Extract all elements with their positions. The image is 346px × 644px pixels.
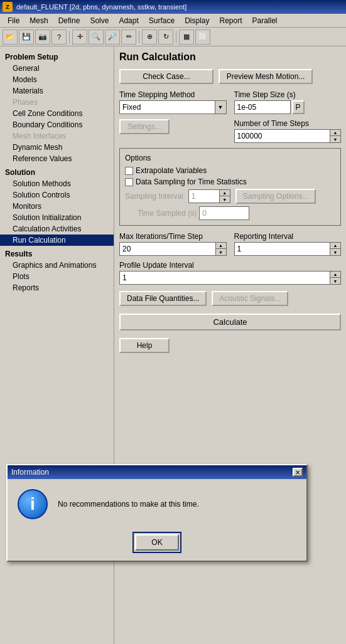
- zoom-fit-btn[interactable]: ⊕: [142, 29, 157, 45]
- dialog-body: i No recommendations to make at this tim…: [8, 479, 306, 529]
- zoom-in-btn[interactable]: 🔍: [89, 29, 104, 45]
- results-header: Results: [0, 246, 114, 260]
- separator-2: [139, 31, 139, 43]
- dropdown-arrow-icon[interactable]: ▼: [215, 101, 226, 113]
- sidebar-item-cell-zone-conditions[interactable]: Cell Zone Conditions: [0, 108, 114, 119]
- help-toolbar-btn[interactable]: ?: [51, 29, 67, 45]
- menu-surface[interactable]: Surface: [144, 15, 180, 26]
- spinner-up-btn[interactable]: ▲: [330, 130, 340, 136]
- sidebar-item-phases: Phases: [0, 97, 114, 108]
- sidebar-item-monitors[interactable]: Monitors: [0, 201, 114, 212]
- grid-btn[interactable]: ▦: [179, 29, 194, 45]
- max-iter-down[interactable]: ▼: [216, 249, 226, 255]
- sidebar-item-solution-controls[interactable]: Solution Controls: [0, 189, 114, 201]
- iter-row: Max Iterations/Time Step ▲ ▼ Reporting I…: [119, 232, 341, 256]
- data-sampling-checkbox[interactable]: [125, 178, 133, 186]
- profile-row: Profile Update Interval ▲ ▼: [119, 261, 341, 285]
- data-file-button[interactable]: Data File Quantities...: [119, 291, 207, 306]
- time-stepping-dropdown[interactable]: Fixed ▼: [119, 100, 227, 114]
- translate-btn[interactable]: ✛: [72, 29, 87, 45]
- spinner-down-btn[interactable]: ▼: [330, 136, 340, 142]
- menu-file[interactable]: File: [3, 15, 24, 26]
- max-iter-input[interactable]: [119, 242, 216, 256]
- dialog-close-button[interactable]: ✕: [293, 468, 303, 477]
- info-icon: i: [18, 489, 48, 519]
- sidebar-item-calc-activities[interactable]: Calculation Activities: [0, 223, 114, 235]
- sampling-options-button[interactable]: Sampling Options...: [235, 189, 316, 204]
- reporting-up[interactable]: ▲: [330, 243, 340, 249]
- time-stepping-col: Time Stepping Method Fixed ▼: [119, 90, 227, 114]
- sidebar-item-materials[interactable]: Materials: [0, 85, 114, 97]
- sidebar-item-boundary-conditions[interactable]: Boundary Conditions: [0, 119, 114, 130]
- sidebar-item-solution-methods[interactable]: Solution Methods: [0, 178, 114, 189]
- extrapolate-checkbox[interactable]: [125, 167, 133, 175]
- sidebar-item-reports[interactable]: Reports: [0, 282, 114, 293]
- sidebar-item-reference-values[interactable]: Reference Values: [0, 153, 114, 164]
- dialog-title: Information: [11, 468, 49, 477]
- sidebar-item-run-calculation[interactable]: Run Calculation: [0, 235, 114, 246]
- settings-button[interactable]: Settings...: [119, 119, 170, 134]
- menu-parallel[interactable]: Parallel: [247, 15, 283, 26]
- p-button[interactable]: P: [292, 100, 305, 114]
- calc-btn-row: Calculate: [119, 314, 341, 330]
- sampling-spinner-down[interactable]: ▼: [220, 196, 230, 203]
- window-btn[interactable]: ⬜: [195, 29, 210, 45]
- calculate-button[interactable]: Calculate: [119, 314, 341, 330]
- num-time-steps-input[interactable]: [234, 129, 331, 143]
- sidebar-item-general[interactable]: General: [0, 63, 114, 74]
- max-iter-spinner: ▲ ▼: [119, 242, 227, 256]
- zoom-out-btn[interactable]: 🔎: [105, 29, 120, 45]
- sampling-interval-input[interactable]: [188, 189, 220, 203]
- sidebar-item-plots[interactable]: Plots: [0, 271, 114, 282]
- separator-1: [69, 31, 70, 43]
- dialog-titlebar: Information ✕: [8, 465, 306, 479]
- menu-report[interactable]: Report: [214, 15, 247, 26]
- pick-btn[interactable]: ✏: [121, 29, 136, 45]
- problem-setup-header: Problem Setup: [0, 50, 114, 63]
- time-form-row: Time Stepping Method Fixed ▼ Time Step S…: [119, 90, 341, 114]
- data-sampling-label: Data Sampling for Time Statistics: [136, 177, 247, 186]
- sidebar-item-graphics[interactable]: Graphics and Animations: [0, 260, 114, 271]
- profile-down[interactable]: ▼: [330, 278, 340, 284]
- options-box: Options Extrapolate Variables Data Sampl…: [119, 148, 341, 226]
- preview-mesh-button[interactable]: Preview Mesh Motion...: [219, 69, 313, 84]
- menu-define[interactable]: Define: [53, 15, 85, 26]
- sidebar-item-models[interactable]: Models: [0, 74, 114, 85]
- reporting-interval-label: Reporting Interval: [234, 232, 342, 241]
- menu-bar: File Mesh Define Solve Adapt Surface Dis…: [0, 14, 346, 28]
- ok-button[interactable]: OK: [135, 534, 178, 551]
- settings-row: Settings... Number of Time Steps ▲ ▼: [119, 119, 341, 143]
- solution-header: Solution: [0, 164, 114, 178]
- sidebar-item-solution-init[interactable]: Solution Initialization: [0, 212, 114, 223]
- rotate-btn[interactable]: ↻: [158, 29, 173, 45]
- reporting-interval-input[interactable]: [234, 242, 331, 256]
- profile-up[interactable]: ▲: [330, 272, 340, 278]
- separator-3: [176, 31, 176, 43]
- num-steps-col: Number of Time Steps ▲ ▼: [234, 119, 342, 143]
- menu-adapt[interactable]: Adapt: [114, 15, 143, 26]
- extrapolate-label: Extrapolate Variables: [136, 166, 207, 175]
- profile-update-label: Profile Update Interval: [119, 261, 341, 270]
- time-step-size-input[interactable]: [234, 100, 291, 114]
- menu-mesh[interactable]: Mesh: [24, 15, 53, 26]
- sampling-spinner-up[interactable]: ▲: [220, 190, 230, 196]
- page-title: Run Calculation: [119, 51, 341, 63]
- toolbar: 📂 💾 📷 ? ✛ 🔍 🔎 ✏ ⊕ ↻ ▦ ⬜: [0, 28, 346, 46]
- menu-display[interactable]: Display: [180, 15, 214, 26]
- profile-update-input[interactable]: [119, 271, 330, 285]
- max-iter-up[interactable]: ▲: [216, 243, 226, 249]
- reporting-down[interactable]: ▼: [330, 249, 340, 255]
- screenshot-btn[interactable]: 📷: [35, 29, 50, 45]
- help-button[interactable]: Help: [119, 338, 170, 353]
- bottom-btn-row: Data File Quantities... Acoustic Signals…: [119, 291, 341, 306]
- sidebar-item-dynamic-mesh[interactable]: Dynamic Mesh: [0, 142, 114, 153]
- time-sampled-input[interactable]: [199, 206, 249, 220]
- save-btn[interactable]: 💾: [19, 29, 34, 45]
- acoustic-signals-button[interactable]: Acoustic Signals...: [212, 291, 288, 306]
- menu-solve[interactable]: Solve: [85, 15, 114, 26]
- check-case-button[interactable]: Check Case...: [119, 69, 214, 84]
- settings-col: Settings...: [119, 119, 227, 134]
- sidebar-item-mesh-interfaces: Mesh Interfaces: [0, 130, 114, 142]
- title-bar: Z default_FLUENT [2d, pbns, dynamesh, ss…: [0, 0, 346, 14]
- open-btn[interactable]: 📂: [3, 29, 18, 45]
